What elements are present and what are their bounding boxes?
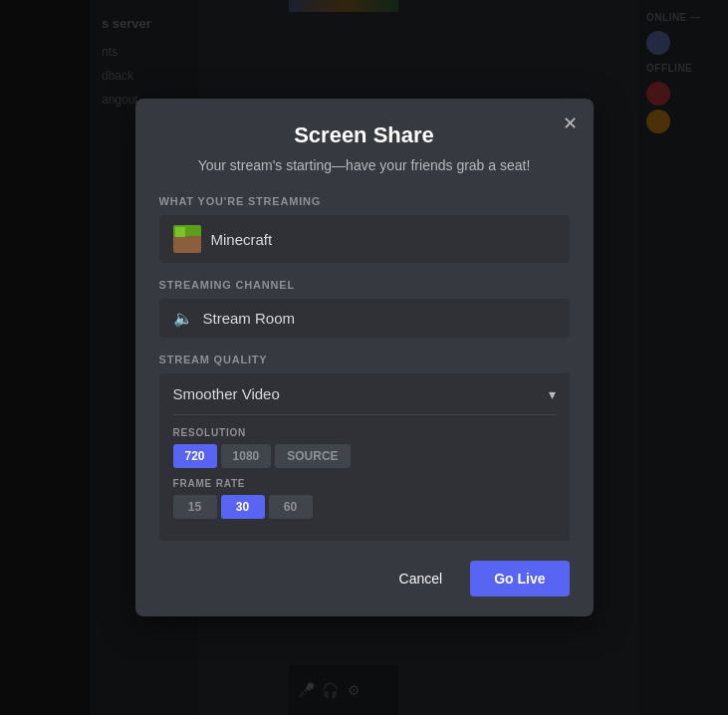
- framerate-60-button[interactable]: 60: [269, 495, 313, 519]
- framerate-30-button[interactable]: 30: [221, 495, 265, 519]
- streaming-channel-box: 🔈 Stream Room: [159, 299, 570, 338]
- framerate-label: FRAME RATE: [173, 478, 556, 489]
- streaming-section-label: WHAT YOU'RE STREAMING: [159, 195, 570, 207]
- channel-name: Stream Room: [203, 310, 296, 327]
- quality-details: RESOLUTION 720 1080 SOURCE FRAME RATE 15…: [159, 415, 570, 541]
- screen-share-modal: ✕ Screen Share Your stream's starting—ha…: [135, 99, 594, 617]
- go-live-button[interactable]: Go Live: [470, 561, 569, 596]
- modal-subtitle: Your stream's starting—have your friends…: [159, 156, 570, 176]
- resolution-row: RESOLUTION 720 1080 SOURCE: [173, 427, 556, 468]
- quality-dropdown-text: Smoother Video: [173, 385, 280, 402]
- close-button[interactable]: ✕: [559, 111, 582, 136]
- framerate-15-button[interactable]: 15: [173, 495, 217, 519]
- resolution-source-button[interactable]: SOURCE: [275, 444, 350, 468]
- streaming-app-box: Minecraft: [159, 215, 570, 263]
- channel-section-label: STREAMING CHANNEL: [159, 279, 570, 291]
- cancel-button[interactable]: Cancel: [383, 563, 459, 595]
- minecraft-icon-graphic: [173, 225, 201, 253]
- quality-box: Smoother Video ▾ RESOLUTION 720 1080 SOU…: [159, 373, 570, 541]
- minecraft-icon: [173, 225, 201, 253]
- resolution-1080-button[interactable]: 1080: [221, 444, 272, 468]
- resolution-720-button[interactable]: 720: [173, 444, 217, 468]
- framerate-btn-group: 15 30 60: [173, 495, 556, 519]
- modal-title: Screen Share: [159, 122, 570, 148]
- resolution-btn-group: 720 1080 SOURCE: [173, 444, 556, 468]
- quality-dropdown[interactable]: Smoother Video ▾: [159, 373, 570, 414]
- chevron-down-icon: ▾: [549, 386, 556, 402]
- framerate-row: FRAME RATE 15 30 60: [173, 478, 556, 519]
- modal-footer: Cancel Go Live: [159, 561, 570, 596]
- resolution-label: RESOLUTION: [173, 427, 556, 438]
- speaker-icon: 🔈: [173, 309, 193, 328]
- streaming-app-name: Minecraft: [211, 231, 273, 248]
- quality-section-label: STREAM QUALITY: [159, 354, 570, 365]
- modal-overlay: ✕ Screen Share Your stream's starting—ha…: [0, 0, 728, 715]
